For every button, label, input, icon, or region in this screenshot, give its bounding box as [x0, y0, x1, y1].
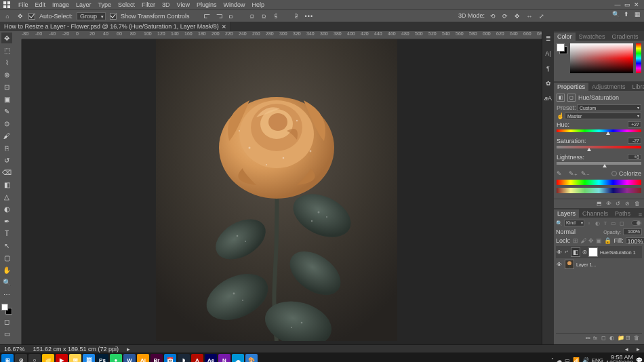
menu-filter[interactable]: Filter	[138, 1, 159, 8]
search-icon[interactable]: 🔍	[611, 10, 620, 18]
saturation-value[interactable]: -27	[628, 138, 641, 144]
align-bottom-icon[interactable]: ⫓	[273, 12, 281, 20]
filter-smart-icon[interactable]: ◻	[618, 220, 625, 226]
tray-overflow-icon[interactable]: ˄	[551, 357, 554, 363]
eyedropper-tool[interactable]: ✎	[1, 106, 12, 117]
visibility-toggle-icon[interactable]: 👁	[556, 249, 563, 256]
info-arrow-icon[interactable]: ▸	[127, 346, 130, 353]
history-brush-tool[interactable]: ↺	[1, 155, 12, 165]
notifications-icon[interactable]: 💬	[636, 357, 643, 363]
hand-tool[interactable]: ✋	[1, 264, 12, 275]
link-layers-icon[interactable]: ⫘	[585, 335, 591, 341]
3d-pan-icon[interactable]: ✥	[513, 12, 521, 20]
lightness-slider[interactable]	[557, 162, 641, 165]
home-icon[interactable]: ⌂	[3, 13, 12, 20]
layer-row[interactable]: 👁 ↵ ◧ ⦿ Hue/Saturation 1	[556, 246, 642, 258]
move-tool[interactable]: ✥	[1, 33, 12, 43]
menu-file[interactable]: File	[15, 1, 32, 8]
wifi-icon[interactable]: 📶	[573, 357, 580, 363]
blend-mode-dropdown[interactable]: Normal	[556, 228, 588, 235]
brush-tool[interactable]: 🖌	[1, 130, 12, 141]
dodge-tool[interactable]: ◐	[1, 203, 12, 214]
eraser-tool[interactable]: ⌫	[1, 167, 12, 178]
hue-value[interactable]: +27	[628, 121, 641, 127]
menu-plugins[interactable]: Plugins	[193, 1, 220, 8]
align-center-h-icon[interactable]: ⫎	[216, 12, 224, 20]
layer-row[interactable]: 👁 Layer 1...	[556, 258, 642, 270]
path-select-tool[interactable]: ↖	[1, 240, 12, 251]
taskbar-app-14[interactable]: A	[191, 354, 203, 362]
paragraph-panel-icon[interactable]: ¶	[544, 64, 553, 73]
taskbar-app-1[interactable]: ⊙	[15, 354, 27, 362]
more-options-icon[interactable]: •••	[305, 13, 313, 20]
taskbar-app-12[interactable]: 📅	[164, 354, 176, 362]
adjustment-thumb[interactable]: ◧	[571, 247, 580, 257]
view-previous-icon[interactable]: 👁	[606, 201, 613, 207]
layer-name[interactable]: Layer 1...	[576, 262, 642, 267]
align-left-icon[interactable]: ⫍	[203, 12, 212, 20]
canvas-area[interactable]: -80-60-40-200204060801001201401601802002…	[14, 31, 542, 344]
color-swatch-pair[interactable]	[557, 43, 567, 54]
zoom-level[interactable]: 16.67%	[4, 346, 25, 353]
scroll-right-icon[interactable]: ▸	[637, 346, 640, 353]
color-field[interactable]	[570, 43, 633, 73]
taskbar-app-0[interactable]: ⊞	[1, 354, 14, 362]
tab-gradients[interactable]: Gradients	[609, 33, 642, 41]
menu-edit[interactable]: Edit	[32, 1, 49, 8]
lightness-value[interactable]: +8	[628, 154, 641, 160]
layer-name[interactable]: Hue/Saturation 1	[600, 250, 642, 255]
taskbar-clock[interactable]: 9:58 AM 12/7/2020	[606, 355, 633, 362]
delete-adjustment-icon[interactable]: 🗑	[635, 201, 641, 207]
taskbar-app-7[interactable]: Ps	[96, 354, 108, 362]
channel-finger-icon[interactable]: ☝	[557, 113, 565, 119]
3d-slide-icon[interactable]: ↔	[525, 12, 534, 20]
3d-zoom-icon[interactable]: ⤢	[538, 12, 546, 20]
menu-layer[interactable]: Layer	[73, 1, 95, 8]
menu-3d[interactable]: 3D	[159, 1, 174, 8]
add-mask-icon[interactable]: ◻	[601, 335, 607, 341]
window-minimize-button[interactable]: —	[613, 1, 622, 8]
distribute-icon[interactable]: ⫔	[293, 12, 301, 20]
opacity-value[interactable]: 100%	[623, 228, 642, 235]
gradient-tool[interactable]: ◧	[1, 179, 12, 190]
workspace-icon[interactable]: ▦	[633, 10, 641, 18]
taskbar-app-17[interactable]: ☁	[232, 354, 244, 362]
quick-mask-icon[interactable]: ◻	[1, 316, 12, 327]
tab-properties[interactable]: Properties	[554, 83, 588, 91]
fill-value[interactable]: 100%	[626, 237, 644, 244]
canvas[interactable]	[156, 39, 397, 341]
lock-transparent-icon[interactable]: ⊞	[573, 237, 578, 244]
menu-image[interactable]: Image	[49, 1, 73, 8]
filter-toggle[interactable]	[631, 220, 642, 226]
taskbar-app-8[interactable]: ●	[110, 354, 122, 362]
filter-shape-icon[interactable]: ▭	[610, 220, 617, 226]
brushes-panel-icon[interactable]: ✿	[544, 79, 553, 88]
show-transform-checkbox[interactable]	[110, 13, 117, 20]
auto-select-dropdown[interactable]: Group	[77, 12, 106, 20]
lasso-tool[interactable]: ⌇	[1, 57, 12, 68]
lock-position-icon[interactable]: ✥	[588, 237, 594, 244]
pen-tool[interactable]: ✒	[1, 216, 12, 226]
history-panel-icon[interactable]: ≣	[544, 34, 553, 43]
tablet-mode-icon[interactable]: ▭	[565, 357, 570, 363]
spot-heal-tool[interactable]: ⊙	[1, 118, 12, 129]
crop-tool[interactable]: ⊡	[1, 81, 12, 92]
align-center-v-icon[interactable]: ⫒	[260, 12, 268, 20]
menu-select[interactable]: Select	[115, 1, 138, 8]
toggle-visibility-icon[interactable]: ⊘	[625, 201, 632, 207]
lock-artboard-icon[interactable]: ▣	[596, 237, 602, 244]
blur-tool[interactable]: △	[1, 191, 12, 202]
3d-roll-icon[interactable]: ⟳	[501, 12, 509, 20]
document-info[interactable]: 151.62 cm x 189.51 cm (72 ppi)	[33, 346, 119, 353]
tab-layers[interactable]: Layers	[554, 209, 579, 218]
tab-adjustments[interactable]: Adjustments	[588, 83, 629, 91]
taskbar-app-13[interactable]: ◗	[178, 354, 190, 362]
lock-all-icon[interactable]: 🔒	[604, 237, 610, 244]
quick-select-tool[interactable]: ⊚	[1, 69, 12, 80]
new-adjustment-icon[interactable]: ◐	[609, 335, 616, 341]
document-tab[interactable]: How to Resize a Layer - Flower.psd @ 16.…	[0, 22, 231, 31]
taskbar-app-9[interactable]: W	[123, 354, 136, 362]
taskbar-app-15[interactable]: Ae	[205, 354, 217, 362]
lock-image-icon[interactable]: 🖌	[580, 237, 586, 244]
taskbar-app-18[interactable]: 🎨	[245, 354, 258, 362]
